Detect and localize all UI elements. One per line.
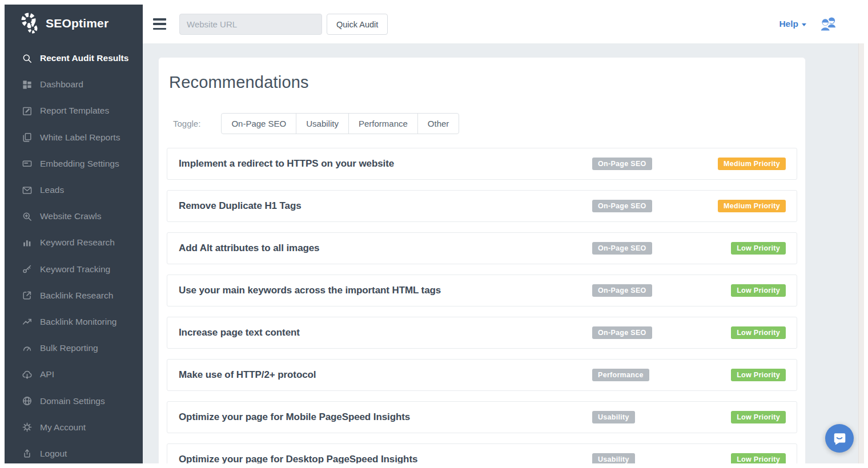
sidebar-item-report-templates[interactable]: Report Templates [5, 98, 143, 124]
recommendation-title: Remove Duplicate H1 Tags [179, 200, 302, 212]
key-icon [22, 264, 33, 275]
globe-icon [22, 396, 33, 406]
users-icon[interactable] [819, 16, 838, 33]
sidebar-item-white-label-reports[interactable]: White Label Reports [5, 124, 143, 151]
logo[interactable]: SEOptimer [19, 11, 108, 35]
category-badge: On-Page SEO [592, 158, 652, 170]
sidebar-item-logout[interactable]: Logout [5, 441, 143, 463]
sidebar-item-keyword-research[interactable]: Keyword Research [5, 229, 143, 256]
priority-badge: Low Priority [731, 242, 786, 255]
sidebar-item-api[interactable]: API [5, 361, 143, 388]
sidebar-item-keyword-tracking[interactable]: Keyword Tracking [5, 256, 143, 283]
priority-badge: Low Priority [731, 284, 786, 297]
toggle-button-group: On-Page SEOUsabilityPerformanceOther [221, 113, 459, 134]
sidebar: SEOptimer Recent Audit Results Dashboard… [5, 5, 143, 463]
recommendation-row[interactable]: Increase page text content On-Page SEO L… [167, 317, 797, 349]
recommendation-row[interactable]: Implement a redirect to HTTPS on your we… [167, 148, 797, 180]
sidebar-item-backlink-monitoring[interactable]: Backlink Monitoring [5, 309, 143, 335]
sidebar-item-my-account[interactable]: My Account [5, 414, 143, 441]
sidebar-item-backlink-research[interactable]: Backlink Research [5, 283, 143, 309]
bar-chart-icon [22, 237, 33, 248]
recommendation-title: Add Alt attributes to all images [179, 243, 319, 254]
priority-badge: Low Priority [731, 369, 786, 381]
hamburger-menu-icon[interactable] [153, 18, 166, 30]
embed-card-icon [22, 158, 33, 169]
seoptimer-gears-icon [19, 11, 41, 35]
page-title: Recommendations [169, 72, 805, 92]
sidebar-item-domain-settings[interactable]: Domain Settings [5, 388, 143, 414]
sidebar-nav: Recent Audit Results Dashboard Report Te… [5, 45, 143, 463]
topbar: Quick Audit Help [143, 5, 863, 43]
priority-badge: Medium Priority [718, 200, 786, 212]
recommendation-row[interactable]: Add Alt attributes to all images On-Page… [167, 232, 797, 264]
toggle-row: Toggle: On-Page SEOUsabilityPerformanceO… [173, 113, 805, 134]
priority-badge: Low Priority [731, 453, 786, 463]
recommendation-title: Make use of HTTP/2+ protocol [179, 369, 316, 381]
recommendation-title: Optimize your page for Mobile PageSpeed … [179, 411, 410, 423]
recommendation-title: Increase page text content [179, 327, 300, 338]
category-badge: On-Page SEO [592, 242, 652, 255]
recommendation-title: Use your main keywords across the import… [179, 285, 441, 296]
help-label: Help [779, 19, 798, 29]
recommendation-title: Optimize your page for Desktop PageSpeed… [179, 454, 417, 463]
envelope-icon [22, 185, 33, 196]
priority-badge: Low Priority [731, 411, 786, 423]
sidebar-item-leads[interactable]: Leads [5, 177, 143, 203]
sidebar-item-recent-audit-results[interactable]: Recent Audit Results [5, 45, 143, 71]
logo-text: SEOptimer [46, 17, 108, 30]
chevron-down-icon [802, 23, 806, 26]
category-badge: Performance [592, 369, 649, 381]
toggle-label: Toggle: [173, 119, 200, 128]
priority-badge: Medium Priority [718, 158, 786, 170]
sidebar-item-dashboard[interactable]: Dashboard [5, 71, 143, 98]
dashboard-grid-icon [22, 79, 33, 90]
gauge-icon [22, 343, 33, 354]
recommendation-row[interactable]: Use your main keywords across the import… [167, 275, 797, 306]
toggle-button-usability[interactable]: Usability [296, 113, 349, 134]
recommendation-list: Implement a redirect to HTTPS on your we… [159, 148, 805, 463]
quick-audit-button[interactable]: Quick Audit [327, 14, 388, 35]
scrollbar-track[interactable] [858, 43, 864, 463]
category-badge: On-Page SEO [592, 326, 652, 339]
trend-chart-icon [22, 316, 33, 327]
sidebar-item-embedding-settings[interactable]: Embedding Settings [5, 151, 143, 177]
recommendation-row[interactable]: Optimize your page for Desktop PageSpeed… [167, 443, 797, 463]
toggle-button-other[interactable]: Other [417, 113, 460, 134]
cloud-arrow-icon [22, 369, 33, 380]
toggle-button-on-page-seo[interactable]: On-Page SEO [221, 113, 296, 134]
category-badge: On-Page SEO [592, 284, 652, 297]
category-badge: Usability [592, 411, 635, 423]
recommendation-row[interactable]: Optimize your page for Mobile PageSpeed … [167, 401, 797, 433]
recommendation-row[interactable]: Make use of HTTP/2+ protocol Performance… [167, 359, 797, 391]
recommendation-title: Implement a redirect to HTTPS on your we… [179, 158, 394, 170]
gear-icon [22, 422, 33, 433]
recommendation-row[interactable]: Remove Duplicate H1 Tags On-Page SEO Med… [167, 190, 797, 222]
recommendations-panel: Recommendations Toggle: On-Page SEOUsabi… [158, 57, 806, 463]
priority-badge: Low Priority [731, 326, 786, 339]
chat-bubble-icon[interactable] [825, 424, 854, 453]
copy-pages-icon [22, 132, 33, 143]
logout-icon [22, 448, 33, 459]
search-icon [22, 53, 33, 64]
external-link-icon [22, 290, 33, 301]
website-url-input[interactable] [179, 14, 322, 35]
sidebar-item-bulk-reporting[interactable]: Bulk Reporting [5, 335, 143, 361]
zoom-plus-icon [22, 211, 33, 222]
toggle-button-performance[interactable]: Performance [348, 113, 418, 134]
app: SEOptimer Recent Audit Results Dashboard… [0, 0, 868, 468]
category-badge: On-Page SEO [592, 200, 652, 212]
help-dropdown[interactable]: Help [779, 19, 806, 29]
sidebar-item-website-crawls[interactable]: Website Crawls [5, 203, 143, 229]
category-badge: Usability [592, 453, 635, 463]
edit-square-icon [22, 106, 33, 116]
